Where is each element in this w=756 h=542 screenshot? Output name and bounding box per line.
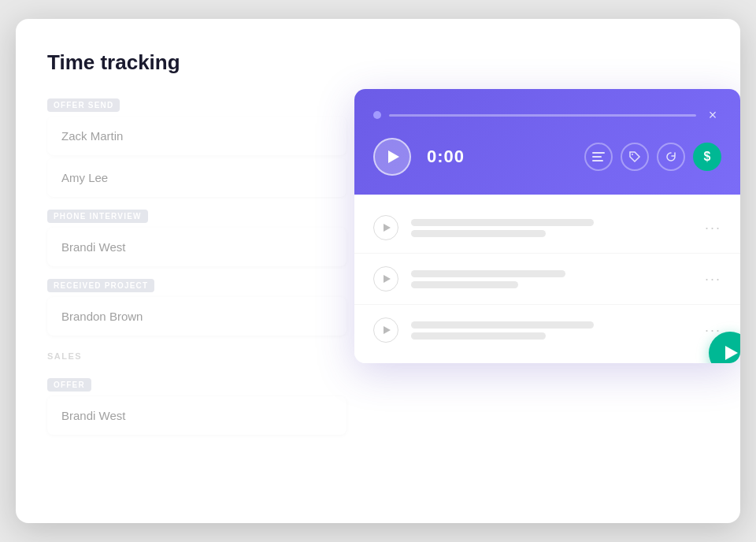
list-item[interactable]: Zack Martin xyxy=(47,117,346,155)
track-line xyxy=(411,230,546,237)
track-item: ··· xyxy=(354,254,740,305)
track-play-button[interactable] xyxy=(373,317,398,343)
page-title: Time tracking xyxy=(47,50,709,75)
dollar-icon-button[interactable]: $ xyxy=(693,143,721,171)
tag-icon-button[interactable] xyxy=(621,143,649,171)
lines-icon-button[interactable] xyxy=(584,143,613,171)
close-button[interactable]: × xyxy=(704,106,721,124)
group-label-phone-interview: PHONE INTERVIEW xyxy=(47,210,148,223)
history-icon-button[interactable] xyxy=(657,143,685,171)
track-line xyxy=(411,332,546,340)
app-container: Time tracking OFFER SEND Zack Martin Amy… xyxy=(16,19,740,523)
list-item[interactable]: Amy Lee xyxy=(47,158,346,197)
track-line xyxy=(411,219,594,226)
progress-dot xyxy=(373,111,381,119)
group-received-project: RECEIVED PROJECT Brandon Brown xyxy=(47,269,346,336)
group-offer-send: OFFER SEND Zack Martin Amy Lee xyxy=(47,97,346,197)
track-line xyxy=(411,281,518,288)
group-label-offer-send: OFFER SEND xyxy=(47,98,120,112)
player-header: × 0:00 xyxy=(354,89,740,195)
track-line xyxy=(411,321,594,329)
control-icons: $ xyxy=(584,143,721,171)
dollar-sign: $ xyxy=(704,150,711,164)
track-play-button[interactable] xyxy=(373,266,398,291)
left-panel: OFFER SEND Zack Martin Amy Lee PHONE INT… xyxy=(47,97,346,438)
player-body: ··· ··· ··· xyxy=(354,195,740,363)
group-label-offer: OFFER xyxy=(47,378,91,392)
main-layout: OFFER SEND Zack Martin Amy Lee PHONE INT… xyxy=(47,97,709,438)
group-offer: OFFER Brandi West xyxy=(47,369,346,435)
list-item[interactable]: Brandi West xyxy=(47,396,346,435)
group-phone-interview: PHONE INTERVIEW Brandi West xyxy=(47,200,346,266)
svg-point-3 xyxy=(632,154,633,155)
track-item: ··· xyxy=(354,202,740,254)
progress-bar-row: × xyxy=(373,106,721,124)
group-label-received-project: RECEIVED PROJECT xyxy=(47,279,154,292)
play-button-large[interactable] xyxy=(373,138,411,176)
player-card: × 0:00 xyxy=(354,89,740,363)
track-item: ··· xyxy=(354,305,740,355)
section-title-sales: SALES xyxy=(47,351,346,361)
more-options-button[interactable]: ··· xyxy=(705,220,721,236)
track-play-button[interactable] xyxy=(373,215,398,240)
progress-track[interactable] xyxy=(389,114,696,117)
list-item[interactable]: Brandi West xyxy=(47,228,346,266)
list-item[interactable]: Brandon Brown xyxy=(47,297,346,336)
track-info xyxy=(411,270,692,288)
track-line xyxy=(411,270,565,277)
track-info xyxy=(411,219,692,237)
svg-rect-0 xyxy=(592,152,605,154)
svg-rect-1 xyxy=(592,156,602,158)
time-display: 0:00 xyxy=(427,147,569,167)
player-controls-row: 0:00 xyxy=(373,138,721,176)
more-options-button[interactable]: ··· xyxy=(705,271,721,288)
svg-rect-2 xyxy=(592,160,603,161)
track-info xyxy=(411,321,692,340)
